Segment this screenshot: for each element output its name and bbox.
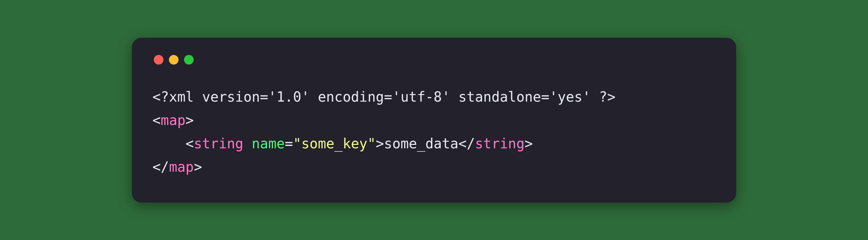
tag-name-string: string	[194, 136, 243, 151]
tag-close-bracket: >	[525, 136, 533, 151]
attr-value: "some_key"	[293, 136, 376, 151]
code-block: <?xml version='1.0' encoding='utf-8' sta…	[152, 85, 716, 179]
tag-name-map: map	[161, 112, 185, 128]
indent	[152, 136, 185, 151]
attr-name: name	[243, 136, 285, 151]
xml-pi-open: <?	[152, 89, 169, 105]
eq: =	[260, 89, 268, 105]
xml-decl: xml version	[169, 89, 260, 105]
code-line: </map>	[152, 159, 202, 175]
maximize-icon[interactable]	[184, 55, 194, 65]
tag-open-bracket: <	[152, 112, 161, 128]
xml-version-value: '1.0'	[268, 89, 309, 105]
closing-tag-open: </	[458, 136, 475, 151]
xml-standalone: standalone	[450, 89, 541, 105]
close-icon[interactable]	[154, 55, 163, 65]
tag-open-bracket: <	[185, 136, 194, 151]
traffic-lights	[152, 55, 716, 65]
code-line: <string name="some_key">some_data</strin…	[152, 136, 533, 151]
xml-pi-close: ?>	[591, 89, 615, 105]
closing-tag-open: </	[152, 159, 169, 175]
text-content: some_data	[384, 136, 458, 151]
minimize-icon[interactable]	[169, 55, 179, 65]
xml-encoding-value: 'utf-8'	[392, 89, 450, 105]
eq: =	[285, 136, 293, 151]
eq: =	[541, 89, 549, 105]
eq: =	[384, 89, 392, 105]
code-line: <map>	[152, 112, 194, 128]
tag-close-bracket: >	[194, 159, 202, 175]
code-line: <?xml version='1.0' encoding='utf-8' sta…	[152, 89, 616, 105]
tag-close-bracket: >	[185, 112, 194, 128]
tag-close-bracket: >	[376, 136, 384, 151]
xml-encoding: encoding	[310, 89, 384, 105]
xml-standalone-value: 'yes'	[549, 89, 591, 105]
tag-name-string: string	[475, 136, 525, 151]
code-window: <?xml version='1.0' encoding='utf-8' sta…	[132, 38, 736, 203]
tag-name-map: map	[169, 159, 194, 175]
